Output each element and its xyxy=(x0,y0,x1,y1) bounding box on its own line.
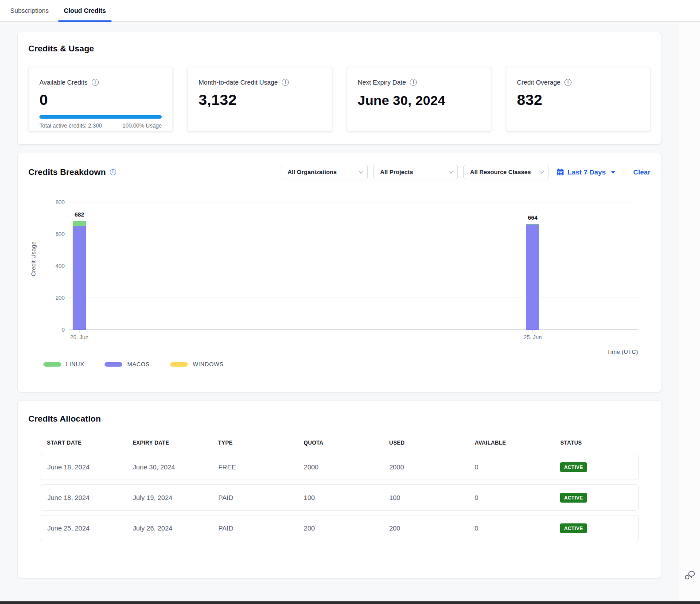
gridline-600 xyxy=(69,234,638,234)
chevron-down-icon xyxy=(449,169,453,174)
gridline-0 xyxy=(69,329,638,330)
bar-value-label: 664 xyxy=(515,214,550,221)
next-expiry-date-card: Next Expiry Date i June 30, 2024 xyxy=(347,67,491,132)
credits-usage-title: Credits & Usage xyxy=(28,44,650,54)
info-icon[interactable]: i xyxy=(92,79,99,86)
cell-status: ACTIVE xyxy=(553,493,638,503)
metric-cards-row: Available Credits i 0 Total active credi… xyxy=(28,67,650,132)
total-active-credits-text: Total active credits: 2,300 xyxy=(39,123,102,129)
x-tick-mark xyxy=(533,330,533,333)
credits-usage-panel: Credits & Usage Available Credits i 0 To… xyxy=(18,32,661,144)
right-rail xyxy=(679,22,700,601)
month-to-date-usage-value: 3,132 xyxy=(198,91,321,108)
cell-type: PAID xyxy=(211,494,297,501)
tab-cloud-credits[interactable]: Cloud Credits xyxy=(56,0,113,21)
info-icon[interactable]: i xyxy=(410,79,417,86)
x-tick-label: 25. Jun xyxy=(524,334,542,341)
legend-label: LINUX xyxy=(66,361,84,368)
y-tick-label: 400 xyxy=(47,263,65,269)
organizations-dropdown[interactable]: All Organizations xyxy=(281,165,368,179)
cell-start: June 18, 2024 xyxy=(40,463,126,471)
credits-allocation-panel: Credits Allocation START DATEEXPIRY DATE… xyxy=(18,401,661,578)
cell-available: 0 xyxy=(467,524,553,532)
chart-x-axis-label: Time (UTC) xyxy=(607,348,638,355)
credit-usage-chart: Credit Usage 682664 020040060080020. Jun… xyxy=(28,198,650,374)
next-expiry-date-value: June 30, 2024 xyxy=(358,93,480,108)
column-header-used: USED xyxy=(382,440,468,446)
chart-legend: LINUXMACOSWINDOWS xyxy=(43,361,224,368)
column-header-status: STATUS xyxy=(553,440,639,446)
usage-percent-text: 100.00% Usage xyxy=(122,123,162,129)
bar-segment-macos xyxy=(526,225,539,330)
cell-quota: 2000 xyxy=(297,463,382,471)
status-badge: ACTIVE xyxy=(560,523,587,533)
credit-overage-label: Credit Overage xyxy=(517,79,560,86)
gridline-800 xyxy=(69,202,638,202)
cell-expiry: July 26, 2024 xyxy=(126,524,211,532)
chat-bubbles-icon xyxy=(684,569,696,581)
chart-y-axis-label: Credit Usage xyxy=(30,235,37,283)
cell-status: ACTIVE xyxy=(553,523,638,533)
credits-progress-fill xyxy=(39,115,162,119)
info-icon[interactable]: i xyxy=(110,169,116,175)
info-icon[interactable]: i xyxy=(564,79,572,86)
status-badge: ACTIVE xyxy=(560,493,587,503)
projects-dropdown[interactable]: All Projects xyxy=(373,165,458,179)
bar-value-label: 682 xyxy=(62,211,97,218)
cell-quota: 100 xyxy=(297,494,382,501)
cell-quota: 200 xyxy=(297,524,382,532)
available-credits-value: 0 xyxy=(39,91,162,108)
cell-available: 0 xyxy=(467,463,553,471)
info-icon[interactable]: i xyxy=(282,79,289,86)
tab-subscriptions-label: Subscriptions xyxy=(10,7,49,14)
legend-item-macos[interactable]: MACOS xyxy=(105,361,150,368)
bar-20-jun: 682 xyxy=(73,221,86,330)
support-chat-button[interactable] xyxy=(684,569,696,583)
chevron-down-icon xyxy=(540,169,544,174)
allocation-table: START DATEEXPIRY DATETYPEQUOTAUSEDAVAILA… xyxy=(40,440,639,541)
chevron-down-icon xyxy=(359,169,363,174)
cell-available: 0 xyxy=(467,494,553,501)
allocation-table-body: June 18, 2024June 30, 2024FREE200020000A… xyxy=(40,454,639,541)
tab-subscriptions[interactable]: Subscriptions xyxy=(3,0,56,21)
column-header-expiry-date: EXPIRY DATE xyxy=(125,440,211,446)
chart-plot-area: 682664 xyxy=(69,202,638,330)
column-header-start-date: START DATE xyxy=(40,440,125,446)
cell-type: PAID xyxy=(211,524,297,532)
table-row: June 18, 2024June 30, 2024FREE200020000A… xyxy=(40,454,639,480)
x-tick-mark xyxy=(79,330,80,333)
gridline-200 xyxy=(69,298,638,298)
cell-used: 100 xyxy=(382,494,467,501)
status-badge: ACTIVE xyxy=(560,462,587,472)
credits-breakdown-panel: Credits Breakdown i All Organizations Al… xyxy=(18,153,661,392)
credits-breakdown-title: Credits Breakdown xyxy=(28,167,106,177)
cell-start: June 25, 2024 xyxy=(40,524,126,532)
legend-swatch-linux xyxy=(43,362,61,367)
next-expiry-date-label: Next Expiry Date xyxy=(358,79,406,86)
table-row: June 25, 2024July 26, 2024PAID2002000ACT… xyxy=(40,515,639,541)
page-content: Credits & Usage Available Credits i 0 To… xyxy=(0,22,679,601)
available-credits-card: Available Credits i 0 Total active credi… xyxy=(28,67,173,132)
y-tick-label: 200 xyxy=(47,295,65,301)
gridline-400 xyxy=(69,266,638,266)
column-header-quota: QUOTA xyxy=(296,440,382,446)
bar-25-jun: 664 xyxy=(526,224,539,330)
available-credits-label: Available Credits xyxy=(39,79,88,86)
cell-type: FREE xyxy=(211,463,297,471)
legend-item-linux[interactable]: LINUX xyxy=(43,361,84,368)
date-range-picker[interactable]: Last 7 Days xyxy=(556,168,615,176)
column-header-type: TYPE xyxy=(211,440,296,446)
legend-item-windows[interactable]: WINDOWS xyxy=(170,361,224,368)
month-to-date-usage-card: Month-to-date Credit Usage i 3,132 xyxy=(187,67,332,132)
column-header-available: AVAILABLE xyxy=(468,440,553,446)
resource-classes-dropdown-value: All Resource Classes xyxy=(470,169,531,175)
clear-filters-button[interactable]: Clear xyxy=(633,168,650,176)
y-tick-label: 800 xyxy=(47,199,65,205)
legend-label: MACOS xyxy=(127,361,150,368)
organizations-dropdown-value: All Organizations xyxy=(288,169,337,175)
table-row: June 18, 2024July 19, 2024PAID1001000ACT… xyxy=(40,484,639,511)
cell-status: ACTIVE xyxy=(553,462,638,472)
caret-down-icon xyxy=(611,171,615,174)
legend-swatch-macos xyxy=(105,362,122,367)
resource-classes-dropdown[interactable]: All Resource Classes xyxy=(463,165,548,179)
